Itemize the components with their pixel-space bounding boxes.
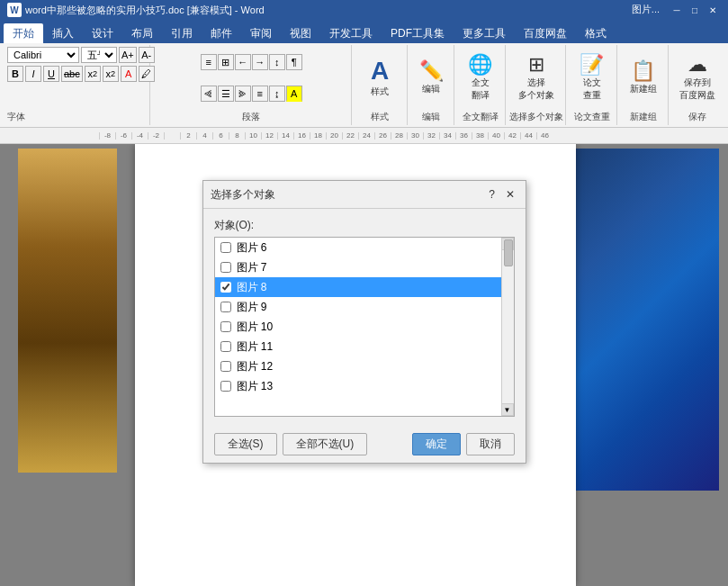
scrollbar-down-button[interactable]: ▼ [501, 403, 514, 416]
list-bullet-button[interactable]: ≡ [201, 54, 217, 70]
styles-button[interactable]: A 样式 [365, 51, 394, 105]
translate-label: 全文翻译 [472, 77, 490, 102]
thesis-icon: 📝 [580, 55, 604, 75]
word-logo: W [7, 3, 22, 17]
footer-right: 确定 取消 [412, 433, 515, 455]
list-item[interactable]: 图片 7 [215, 257, 514, 277]
list-item[interactable]: 图片 11 [215, 337, 514, 356]
list-item[interactable]: 图片 9 [215, 297, 514, 317]
superscript-button[interactable]: x2 [103, 66, 119, 82]
tab-insert[interactable]: 插入 [43, 23, 83, 43]
list-item[interactable]: 图片 12 [215, 356, 514, 376]
align-left-button[interactable]: ⫷ [201, 86, 217, 102]
left-photo [18, 149, 117, 473]
dialog-close-button[interactable]: ✕ [502, 186, 518, 203]
list-item-label: 图片 13 [237, 379, 274, 394]
ribbon-group-styles: A 样式 样式 [354, 45, 408, 125]
tab-developer[interactable]: 开发工具 [320, 23, 382, 43]
list-item-checkbox[interactable] [220, 321, 231, 332]
select-all-button[interactable]: 全选(S) [214, 433, 277, 455]
cancel-button[interactable]: 取消 [466, 433, 515, 455]
font-style-row: B I U abc x2 x2 A 🖊 [7, 66, 155, 82]
newgroup-controls: 📋 新建组 [626, 47, 661, 109]
thesis-button[interactable]: 📝 论文查重 [576, 51, 607, 105]
list-number-button[interactable]: ⊞ [218, 54, 234, 70]
tab-design[interactable]: 设计 [83, 23, 122, 43]
tab-review[interactable]: 审阅 [241, 23, 281, 43]
tab-mail[interactable]: 邮件 [202, 23, 241, 43]
font-color-button[interactable]: A [121, 66, 137, 82]
newgroup-button[interactable]: 📋 新建组 [626, 51, 661, 105]
titlebar: W word中那些被忽略的实用小技巧.doc [兼容模式] - Word 图片.… [0, 0, 728, 20]
edit-controls: ✏️ 编辑 [416, 47, 447, 109]
styles-group-label: 样式 [371, 109, 389, 123]
bold-button[interactable]: B [7, 66, 23, 82]
list-item-checkbox[interactable] [220, 242, 231, 253]
tab-layout[interactable]: 布局 [122, 23, 162, 43]
underline-button[interactable]: U [43, 66, 59, 82]
multiselect-button[interactable]: ⊞ 选择多个对象 [515, 51, 558, 105]
ribbon-group-font: Calibri 五号 A+ A- B I U abc x2 x2 A 🖊 字体 [4, 45, 150, 125]
objects-list[interactable]: 图片 6图片 7图片 8图片 9图片 10图片 11图片 12图片 13 ▲ ▼ [214, 237, 515, 417]
italic-button[interactable]: I [25, 66, 41, 82]
list-item-label: 图片 11 [237, 339, 274, 355]
dialog-help-button[interactable]: ? [484, 186, 500, 203]
ribbon-group-save: ☁ 保存到百度网盘 保存 [670, 45, 724, 125]
scrollbar-track[interactable]: ▲ ▼ [501, 238, 514, 416]
ribbon-group-translate: 🌐 全文翻译 全文翻译 [456, 45, 506, 125]
justify-button[interactable]: ≡ [252, 86, 268, 102]
paragraph-row2: ⫷ ☰ ⫸ ≡ ↨ A [201, 86, 302, 102]
save-baidu-group-label: 保存 [688, 109, 706, 123]
tab-baidu[interactable]: 百度网盘 [515, 23, 576, 43]
tab-pdf[interactable]: PDF工具集 [382, 23, 454, 43]
tab-start[interactable]: 开始 [4, 23, 43, 43]
list-item[interactable]: 图片 10 [215, 317, 514, 337]
save-baidu-button[interactable]: ☁ 保存到百度网盘 [676, 51, 719, 105]
list-item-checkbox[interactable] [220, 361, 231, 372]
indent-increase-button[interactable]: → [252, 54, 268, 70]
line-spacing-button[interactable]: ↨ [269, 86, 285, 102]
deselect-all-button[interactable]: 全部不选(U) [283, 433, 368, 455]
indent-decrease-button[interactable]: ← [235, 54, 251, 70]
ok-button[interactable]: 确定 [412, 433, 461, 455]
close-button[interactable]: ✕ [705, 3, 721, 17]
subscript-button[interactable]: x2 [85, 66, 101, 82]
translate-button[interactable]: 🌐 全文翻译 [464, 51, 496, 105]
shading-button[interactable]: A [286, 86, 302, 102]
list-item-label: 图片 10 [237, 320, 274, 335]
font-size-select[interactable]: 五号 [81, 47, 117, 63]
tab-view[interactable]: 视图 [281, 23, 320, 43]
align-center-button[interactable]: ☰ [218, 86, 234, 102]
list-item-checkbox[interactable] [220, 341, 231, 352]
list-item-checkbox[interactable] [220, 282, 231, 293]
translate-group-label: 全文翻译 [463, 109, 499, 123]
list-item[interactable]: 图片 8 [215, 277, 514, 297]
strikethrough-button[interactable]: abc [61, 66, 83, 82]
list-item[interactable]: 图片 6 [215, 238, 514, 257]
edit-label: 编辑 [422, 83, 440, 95]
font-name-row: Calibri 五号 A+ A- [7, 47, 155, 63]
list-item-checkbox[interactable] [220, 381, 231, 392]
align-right-button[interactable]: ⫸ [235, 86, 251, 102]
tab-references[interactable]: 引用 [162, 23, 202, 43]
list-item-checkbox[interactable] [220, 262, 231, 273]
save-baidu-icon: ☁ [688, 55, 707, 75]
list-item-checkbox[interactable] [220, 302, 231, 312]
styles-icon: A [371, 59, 389, 84]
edit-button[interactable]: ✏️ 编辑 [416, 51, 447, 105]
newgroup-label: 新建组 [630, 83, 657, 95]
font-group-label: 字体 [7, 109, 25, 123]
tab-format[interactable]: 格式 [576, 23, 616, 43]
scrollbar-thumb[interactable] [504, 239, 513, 266]
list-item[interactable]: 图片 13 [215, 376, 514, 396]
multiselect-icon: ⊞ [528, 55, 544, 75]
tab-more[interactable]: 更多工具 [454, 23, 515, 43]
sort-button[interactable]: ↕ [269, 54, 285, 70]
ribbon-group-multiselect: ⊞ 选择多个对象 选择多个对象 [508, 45, 566, 125]
maximize-button[interactable]: □ [687, 3, 703, 17]
grow-font-button[interactable]: A+ [119, 47, 137, 63]
show-marks-button[interactable]: ¶ [286, 54, 302, 70]
font-name-select[interactable]: Calibri [7, 47, 79, 63]
list-label: 对象(O): [214, 218, 515, 233]
minimize-button[interactable]: ─ [669, 3, 685, 17]
